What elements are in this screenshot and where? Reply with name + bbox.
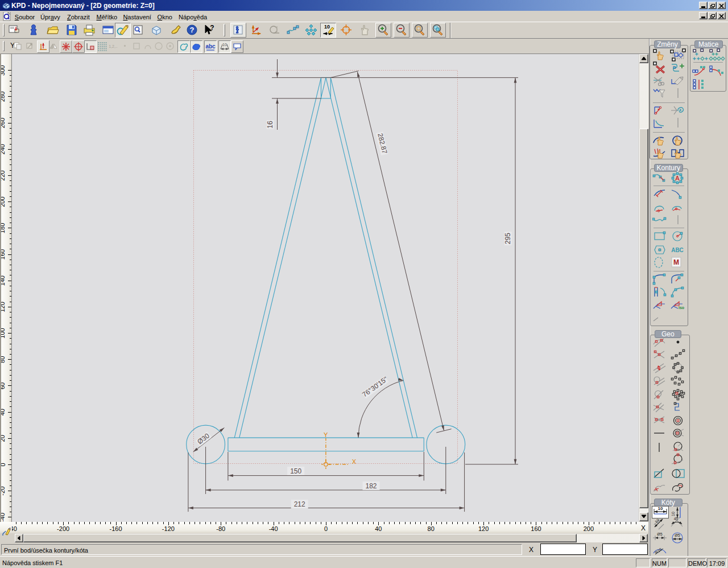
svg-text:120: 120 <box>1 302 6 312</box>
svg-text:X: X <box>641 524 646 532</box>
svg-text:160: 160 <box>1 249 6 260</box>
svg-text:182: 182 <box>365 482 377 490</box>
svg-text:300: 300 <box>1 65 6 76</box>
svg-text:Y: Y <box>324 431 328 438</box>
svg-text:45°: 45° <box>674 517 680 521</box>
svg-text:280: 280 <box>1 92 6 102</box>
svg-text:iso: iso <box>679 306 684 310</box>
svg-text:Ø5: Ø5 <box>675 533 680 537</box>
svg-text:10: 10 <box>222 43 227 47</box>
svg-text:76°30'15": 76°30'15" <box>361 375 389 399</box>
svg-text:212: 212 <box>294 500 305 508</box>
svg-text:Ø5: Ø5 <box>657 532 662 536</box>
svg-text:-200: -200 <box>57 525 69 532</box>
svg-text:220: 220 <box>1 170 6 180</box>
svg-text:?: ? <box>210 24 214 32</box>
svg-text:80: 80 <box>1 356 6 363</box>
svg-text:260: 260 <box>1 118 6 128</box>
svg-text:0: 0 <box>1 463 6 466</box>
svg-text:-80: -80 <box>216 525 225 532</box>
svg-text:0: 0 <box>324 525 328 532</box>
svg-text:60: 60 <box>1 382 6 389</box>
svg-text:X: X <box>352 458 357 465</box>
svg-text:282.87: 282.87 <box>376 133 388 155</box>
svg-text:160: 160 <box>531 525 541 532</box>
svg-text:150: 150 <box>290 467 301 475</box>
svg-text:-160: -160 <box>109 525 122 532</box>
svg-text:40: 40 <box>1 409 6 415</box>
svg-text:10: 10 <box>658 507 663 511</box>
svg-text:?: ? <box>189 26 194 34</box>
svg-text:A: A <box>675 175 680 182</box>
svg-text:295: 295 <box>504 233 512 244</box>
svg-text:ABC: ABC <box>671 247 684 253</box>
svg-text:-40: -40 <box>1 513 6 522</box>
svg-text:16: 16 <box>266 121 274 129</box>
svg-text:20: 20 <box>1 435 6 442</box>
svg-text:10: 10 <box>654 518 660 524</box>
svg-text:abc: abc <box>205 43 216 50</box>
svg-text:-40: -40 <box>269 525 278 532</box>
svg-text:-120: -120 <box>162 525 175 532</box>
svg-text:120: 120 <box>478 525 489 532</box>
svg-text:200: 200 <box>584 525 594 532</box>
svg-text:1,2,..: 1,2,.. <box>109 44 118 48</box>
svg-text:180: 180 <box>1 223 6 233</box>
svg-text:140: 140 <box>1 275 6 286</box>
svg-text:10: 10 <box>671 512 675 516</box>
svg-text:200: 200 <box>1 196 6 207</box>
svg-text:10: 10 <box>324 24 330 30</box>
svg-text:240: 240 <box>1 144 6 154</box>
svg-text:40: 40 <box>375 525 382 532</box>
svg-text:-20: -20 <box>1 487 6 496</box>
svg-text:M: M <box>673 258 679 266</box>
svg-text:100: 100 <box>1 328 6 338</box>
svg-text:80: 80 <box>428 525 435 532</box>
svg-text:R10: R10 <box>654 547 663 554</box>
